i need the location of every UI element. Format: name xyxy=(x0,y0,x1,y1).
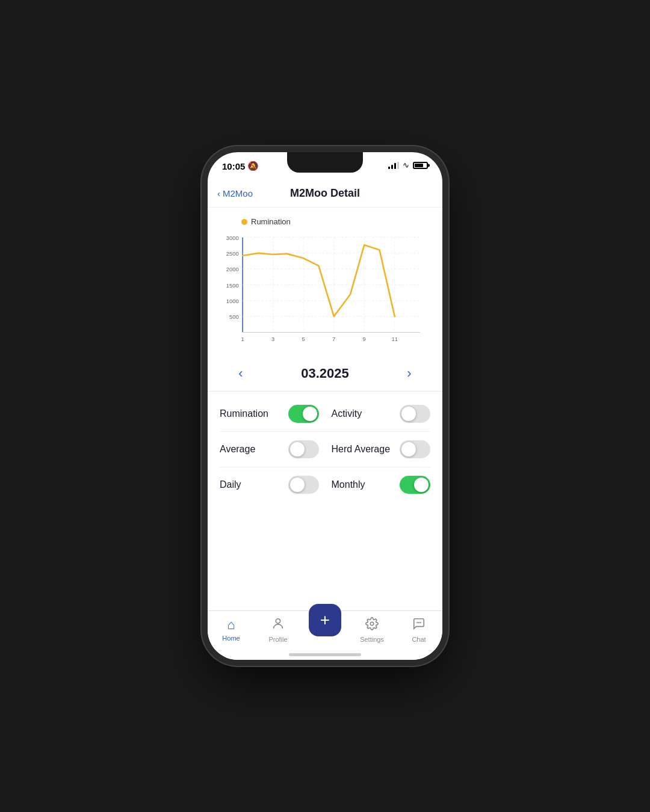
chart-section: Rumination xyxy=(208,208,442,356)
svg-point-26 xyxy=(370,622,374,626)
svg-text:2000: 2000 xyxy=(226,266,239,272)
svg-text:1000: 1000 xyxy=(226,298,239,304)
add-button[interactable]: + xyxy=(309,604,341,636)
home-indicator xyxy=(289,653,361,656)
activity-label: Activity xyxy=(332,408,362,419)
svg-text:5: 5 xyxy=(302,336,305,342)
status-icons: ∿ xyxy=(388,161,428,170)
daily-label: Daily xyxy=(220,479,241,490)
notch xyxy=(287,152,363,173)
chat-tab-label: Chat xyxy=(412,636,426,643)
back-button[interactable]: ‹ M2Moo xyxy=(217,188,253,198)
signal-bars-icon xyxy=(388,162,399,169)
svg-text:3000: 3000 xyxy=(226,235,239,241)
activity-toggle[interactable] xyxy=(400,405,430,423)
toggle-row-2: Average Herd Average xyxy=(220,432,430,467)
daily-toggle[interactable] xyxy=(288,476,319,494)
tab-settings[interactable]: Settings xyxy=(348,617,395,643)
chart-legend: Rumination xyxy=(217,217,433,226)
legend-label: Rumination xyxy=(251,217,291,226)
average-toggle[interactable] xyxy=(288,440,319,458)
toggle-group-herd-average: Herd Average xyxy=(332,440,431,458)
tab-bar: ⌂ Home Profile + Setti xyxy=(208,611,442,660)
back-chevron-icon: ‹ xyxy=(217,188,220,198)
svg-text:3: 3 xyxy=(271,336,274,342)
svg-text:1: 1 xyxy=(241,336,244,342)
time-text: 10:05 xyxy=(222,161,245,171)
wifi-icon: ∿ xyxy=(403,161,409,170)
bell-icon: 🔕 xyxy=(247,161,259,171)
next-month-button[interactable]: › xyxy=(400,366,418,381)
tab-chat[interactable]: Chat xyxy=(395,617,442,643)
date-navigation: ‹ 03.2025 › xyxy=(208,356,442,392)
svg-text:1500: 1500 xyxy=(226,282,239,289)
tab-add[interactable]: + xyxy=(302,617,348,636)
monthly-label: Monthly xyxy=(332,479,365,490)
back-label: M2Moo xyxy=(223,188,253,198)
svg-text:11: 11 xyxy=(392,336,398,342)
herd-average-toggle[interactable] xyxy=(400,440,430,458)
svg-point-25 xyxy=(276,619,280,623)
toggle-group-rumination: Rumination xyxy=(220,405,319,423)
home-tab-label: Home xyxy=(222,635,240,642)
tab-profile[interactable]: Profile xyxy=(255,617,302,643)
toggle-row-1: Rumination Activity xyxy=(220,396,430,432)
rumination-label: Rumination xyxy=(220,408,268,419)
monthly-toggle[interactable] xyxy=(400,476,430,494)
page-title: M2Moo Detail xyxy=(290,187,360,200)
toggle-group-activity: Activity xyxy=(332,405,431,423)
header: ‹ M2Moo M2Moo Detail xyxy=(208,182,442,208)
plus-icon: + xyxy=(320,612,330,629)
svg-text:500: 500 xyxy=(229,313,239,320)
toggle-group-monthly: Monthly xyxy=(332,476,431,494)
chart-container: 3000 2500 2000 1500 1000 500 1 3 5 7 9 1… xyxy=(217,231,433,351)
profile-icon xyxy=(271,617,285,634)
svg-text:2500: 2500 xyxy=(226,250,239,257)
settings-icon xyxy=(365,617,379,634)
legend-dot xyxy=(241,219,247,225)
profile-tab-label: Profile xyxy=(268,636,287,643)
status-time: 10:05 🔕 xyxy=(222,161,259,171)
tab-home[interactable]: ⌂ Home xyxy=(208,617,255,642)
prev-month-button[interactable]: ‹ xyxy=(232,366,250,381)
rumination-toggle[interactable] xyxy=(288,405,319,423)
toggle-row-3: Daily Monthly xyxy=(220,467,430,502)
battery-icon xyxy=(413,162,428,169)
home-icon: ⌂ xyxy=(227,617,235,633)
date-label: 03.2025 xyxy=(301,366,349,381)
svg-text:7: 7 xyxy=(332,336,335,342)
phone-frame: 10:05 🔕 ∿ ‹ M2Moo M2Moo Detail xyxy=(208,152,442,660)
chat-icon xyxy=(412,617,426,634)
settings-tab-label: Settings xyxy=(360,636,384,643)
svg-text:9: 9 xyxy=(363,336,366,342)
herd-average-label: Herd Average xyxy=(332,444,391,455)
toggle-group-daily: Daily xyxy=(220,476,319,494)
toggle-group-average: Average xyxy=(220,440,319,458)
average-label: Average xyxy=(220,444,255,455)
toggle-section: Rumination Activity xyxy=(208,392,442,507)
main-content: Rumination xyxy=(208,208,442,611)
chart-svg: 3000 2500 2000 1500 1000 500 1 3 5 7 9 1… xyxy=(217,231,433,351)
